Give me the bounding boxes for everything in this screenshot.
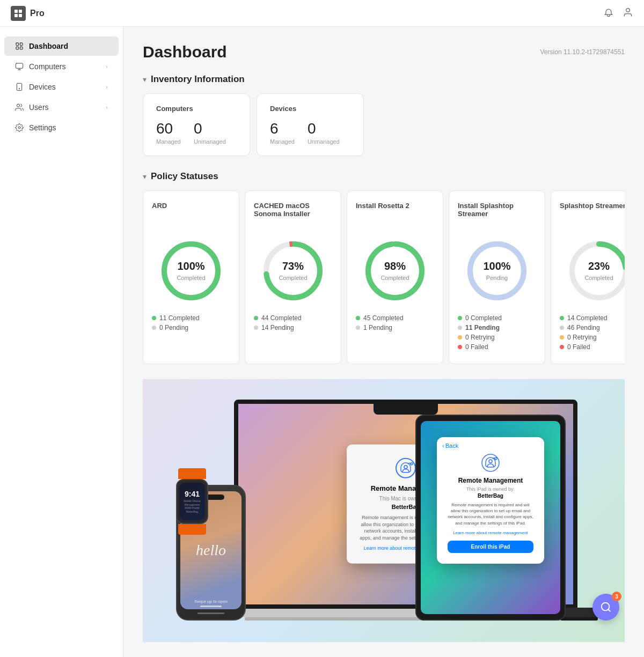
policy-toggle[interactable]: ▾ (143, 172, 147, 181)
legend-dot (458, 326, 462, 330)
legend-label: 11 Pending (465, 324, 500, 331)
legend-item-0-1: 0 Pending (152, 324, 230, 331)
svg-rect-10 (17, 83, 21, 90)
donut-percent-0: 100% (177, 260, 205, 272)
svg-point-30 (495, 457, 497, 460)
legend-dot (356, 326, 360, 330)
ipad-dialog-link[interactable]: Learn more about remote management (448, 530, 533, 535)
legend-item-1-1: 14 Pending (254, 324, 332, 331)
donut-percent-1: 73% (279, 260, 307, 272)
devices-managed-label: Managed (270, 138, 295, 145)
sidebar-label-dashboard: Dashboard (29, 42, 68, 50)
ipad-enroll-button[interactable]: Enroll this iPad (448, 541, 533, 553)
sidebar-item-computers[interactable]: Computers › (4, 57, 119, 76)
ipad-dialog-company: BetterBag (448, 493, 533, 499)
svg-point-13 (18, 127, 20, 129)
inventory-section-title: Inventory Information (151, 74, 245, 85)
donut-3: 100% Pending (462, 236, 532, 306)
ipad-dialog-body: Remote management is required and will a… (448, 502, 533, 526)
main-header: Dashboard Version 11.10.2-t1729874551 (143, 43, 625, 61)
svg-rect-6 (20, 43, 23, 46)
policy-legend-1: 44 Completed 14 Pending (254, 314, 332, 331)
donut-percent-2: 98% (380, 260, 409, 272)
legend-dot (356, 316, 360, 320)
brand-icon (11, 6, 26, 21)
legend-item-4-1: 46 Pending (560, 324, 625, 331)
legend-item-3-2: 0 Retrying (458, 334, 536, 341)
inventory-toggle[interactable]: ▾ (143, 75, 147, 84)
ipad-dialog-title: Remote Management (448, 477, 533, 484)
brand: Pro (11, 6, 45, 21)
legend-item-2-1: 1 Pending (356, 324, 434, 331)
svg-point-31 (602, 603, 610, 611)
ipad-dialog-subtitle: This iPad is owned by: (448, 486, 533, 492)
policy-section-title: Policy Statuses (151, 171, 218, 182)
chevron-right-icon: › (106, 63, 108, 70)
brand-name: Pro (30, 9, 45, 18)
legend-label: 0 Retrying (465, 334, 495, 341)
iphone-hello: hello (196, 542, 226, 559)
version-label: Version 11.10.2-t1729874551 (540, 48, 625, 56)
legend-label: 44 Completed (261, 314, 302, 322)
policy-card-4: Splashtop Streamer 23% Completed 14 Comp… (551, 190, 625, 364)
policy-legend-0: 11 Completed 0 Pending (152, 314, 230, 331)
inventory-card-devices: Devices 6 Managed 0 Unmanaged (257, 93, 364, 156)
device-showcase: 9:41 Mobile DeviceManagementMDM ProfileB… (143, 379, 625, 642)
devices-unmanaged-label: Unmanaged (308, 138, 340, 145)
sidebar: Dashboard Computers › Devices › Users › (0, 27, 123, 657)
svg-point-29 (489, 460, 492, 463)
ipad-back[interactable]: ‹ Back (442, 442, 458, 449)
help-button[interactable]: 3 (592, 594, 619, 621)
donut-status-0: Completed (177, 275, 205, 281)
donut-label-0: 100% Completed (177, 260, 205, 282)
sidebar-item-users[interactable]: Users › (4, 98, 119, 117)
policy-section-header: ▾ Policy Statuses (143, 171, 625, 182)
legend-dot (560, 335, 564, 339)
donut-label-1: 73% Completed (279, 260, 307, 282)
sidebar-label-settings: Settings (29, 123, 56, 132)
legend-dot (152, 316, 156, 320)
notification-icon[interactable] (603, 7, 614, 20)
ipad: ‹ Back R (415, 415, 566, 621)
policy-card-title-1: CACHED macOS Sonoma Installer (254, 202, 332, 227)
donut-status-2: Completed (380, 275, 409, 281)
sidebar-item-dashboard[interactable]: Dashboard (4, 36, 119, 56)
svg-point-12 (17, 104, 19, 107)
legend-label: 11 Completed (159, 314, 200, 322)
page-title: Dashboard (143, 43, 227, 61)
computers-unmanaged: 0 Unmanaged (194, 120, 226, 145)
legend-item-4-3: 0 Failed (560, 343, 625, 351)
legend-dot (458, 345, 462, 349)
policy-card-title-2: Install Rosetta 2 (356, 202, 434, 227)
chevron-right-icon: › (106, 104, 108, 110)
legend-item-3-3: 0 Failed (458, 343, 536, 351)
inventory-section: ▾ Inventory Information Computers 60 Man… (143, 74, 625, 156)
user-icon[interactable] (623, 7, 633, 20)
sidebar-item-settings[interactable]: Settings (4, 118, 119, 137)
devices-unmanaged-value: 0 (308, 120, 340, 137)
policy-card-0: ARD 100% Completed 11 Completed 0 Pendin… (143, 190, 239, 364)
legend-item-3-0: 0 Completed (458, 314, 536, 322)
legend-dot (458, 316, 462, 320)
svg-point-25 (396, 459, 415, 478)
legend-dot (560, 326, 564, 330)
iphone-home (197, 612, 224, 614)
legend-item-1-0: 44 Completed (254, 314, 332, 322)
ipad-dialog-icon (481, 453, 500, 473)
watch-time: 9:41 (185, 490, 200, 498)
legend-label: 0 Completed (465, 314, 502, 322)
donut-label-3: 100% Pending (483, 260, 510, 282)
computers-unmanaged-label: Unmanaged (194, 138, 226, 145)
inventory-card-computers: Computers 60 Managed 0 Unmanaged (143, 93, 250, 156)
svg-rect-5 (16, 43, 19, 46)
chevron-right-icon: › (106, 84, 108, 90)
policy-card-2: Install Rosetta 2 98% Completed 45 Compl… (347, 190, 443, 364)
computers-unmanaged-value: 0 (194, 120, 226, 137)
svg-point-27 (411, 463, 413, 465)
donut-percent-4: 23% (584, 260, 613, 272)
sidebar-item-devices[interactable]: Devices › (4, 77, 119, 97)
legend-item-4-2: 0 Retrying (560, 334, 625, 341)
policy-section: ▾ Policy Statuses ARD 100% Completed 11 … (143, 171, 625, 364)
iphone-swipe: Swipe up to open (194, 599, 228, 604)
svg-rect-8 (20, 47, 23, 49)
